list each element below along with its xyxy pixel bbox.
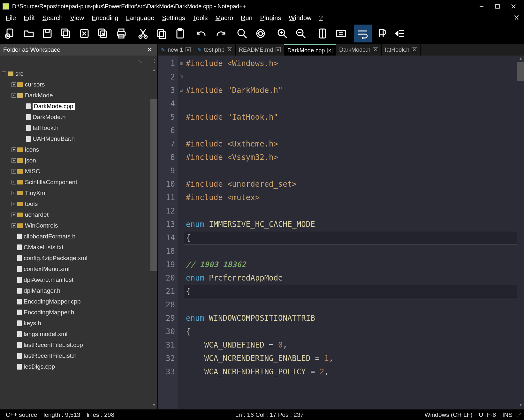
tree-toggle-icon[interactable]: + xyxy=(11,191,16,195)
tree-file[interactable]: EncodingMapper.h xyxy=(0,307,157,318)
tree-file[interactable]: IatHook.h xyxy=(0,123,157,133)
tree-folder[interactable]: +WinControls xyxy=(0,220,157,231)
close-all-icon[interactable] xyxy=(94,25,112,42)
save-all-icon[interactable] xyxy=(57,25,75,42)
tree-toggle-icon[interactable]: - xyxy=(2,71,6,76)
tree-file[interactable]: clipboardFormats.h xyxy=(0,231,157,242)
editor-scrollbar[interactable]: ▴ ▾ xyxy=(517,56,524,409)
sync-h-icon[interactable] xyxy=(332,25,350,42)
tab-readme-md[interactable]: README.md✕ xyxy=(236,44,284,56)
menu-tools[interactable]: Tools xyxy=(189,13,212,23)
tab-close-icon[interactable]: ✕ xyxy=(373,47,378,52)
code-line[interactable]: { xyxy=(186,325,517,338)
sync-v-icon[interactable] xyxy=(314,25,331,42)
tab-close-icon[interactable]: ✕ xyxy=(186,47,191,52)
tab-iathook-h[interactable]: IatHook.h✕ xyxy=(382,44,421,56)
tree-file[interactable]: lastRecentFileList.h xyxy=(0,350,157,361)
tree-toggle-icon[interactable]: + xyxy=(11,147,16,152)
code-line[interactable]: #include <Uxtheme.h> xyxy=(186,137,517,151)
menu-window[interactable]: Window xyxy=(285,13,315,23)
tree-file[interactable]: dpiManager.h xyxy=(0,285,157,296)
tab-darkmode-h[interactable]: DarkMode.h✕ xyxy=(336,44,382,56)
fold-column[interactable]: ⊞⊞⊟ xyxy=(178,56,184,409)
menu-file[interactable]: File xyxy=(2,13,20,23)
tree-toggle-icon[interactable]: + xyxy=(11,169,16,174)
tree-file[interactable]: DarkMode.h xyxy=(0,112,157,123)
tab-new-1[interactable]: ✎new 1✕ xyxy=(158,44,194,56)
tree-toggle-icon[interactable]: + xyxy=(11,82,16,87)
tree-scrollbar[interactable]: ▴ ▾ xyxy=(150,67,157,409)
tree-file[interactable]: CMakeLists.txt xyxy=(0,242,157,253)
tab-close-icon[interactable]: ✕ xyxy=(412,47,417,52)
scroll-up-icon[interactable]: ▴ xyxy=(150,67,157,74)
find-replace-icon[interactable] xyxy=(252,25,270,42)
code-line[interactable] xyxy=(186,204,517,218)
tree-folder[interactable]: +MISC xyxy=(0,166,157,177)
tree-file[interactable]: contextMenu.xml xyxy=(0,264,157,274)
menu-encoding[interactable]: Encoding xyxy=(88,13,122,23)
tree-folder[interactable]: +ScintillaComponent xyxy=(0,177,157,188)
code-text[interactable]: #include <Windows.h> #include "DarkMode.… xyxy=(184,56,517,409)
code-line[interactable]: enum IMMERSIVE_HC_CACHE_MODE xyxy=(186,218,517,231)
show-all-chars-icon[interactable] xyxy=(372,25,390,42)
code-line[interactable]: enum PreferredAppMode xyxy=(186,271,517,285)
undo-icon[interactable] xyxy=(193,25,211,42)
find-icon[interactable] xyxy=(233,25,251,42)
code-line[interactable] xyxy=(186,97,517,110)
menu-settings[interactable]: Settings xyxy=(158,13,189,23)
tree-toggle-icon[interactable]: + xyxy=(11,223,16,228)
minimize-button[interactable] xyxy=(474,0,490,13)
tree-file[interactable]: keys.h xyxy=(0,318,157,329)
code-line[interactable]: #include <Windows.h> xyxy=(186,57,517,70)
tab-close-icon[interactable]: ✕ xyxy=(227,47,232,52)
code-line[interactable]: #include "IatHook.h" xyxy=(186,110,517,124)
open-folder-icon[interactable] xyxy=(20,25,38,42)
fold-toggle-icon[interactable]: ⊞ xyxy=(178,70,184,84)
code-line[interactable]: // 1903 18362 xyxy=(186,258,517,271)
status-mode[interactable]: INS xyxy=(499,411,516,418)
code-line[interactable]: WCA_UNDEFINED = 0, xyxy=(186,338,517,352)
tree-folder[interactable]: -DarkMode xyxy=(0,90,157,101)
zoom-out-icon[interactable] xyxy=(292,25,310,42)
status-encoding[interactable]: UTF-8 xyxy=(476,411,499,418)
code-line[interactable]: { xyxy=(186,285,517,298)
code-line[interactable]: #include <mutex> xyxy=(186,191,517,204)
menu-view[interactable]: View xyxy=(66,13,88,23)
code-line[interactable] xyxy=(186,298,517,311)
tab-close-icon[interactable]: ✕ xyxy=(327,48,332,53)
tree-folder[interactable]: +uchardet xyxy=(0,209,157,220)
menu-macro[interactable]: Macro xyxy=(211,13,237,23)
menu-close-button[interactable]: X xyxy=(510,12,522,23)
menu-?[interactable]: ? xyxy=(315,13,327,23)
code-line[interactable]: #include <Vssym32.h> xyxy=(186,151,517,164)
tree-file[interactable]: lesDlgs.cpp xyxy=(0,361,157,372)
new-file-icon[interactable] xyxy=(1,25,19,42)
redo-icon[interactable] xyxy=(211,25,229,42)
code-line[interactable] xyxy=(186,70,517,84)
tree-file[interactable]: lastRecentFileList.cpp xyxy=(0,340,157,350)
tree-file[interactable]: EncodingMapper.cpp xyxy=(0,296,157,307)
word-wrap-icon[interactable] xyxy=(354,25,372,42)
menu-plugins[interactable]: Plugins xyxy=(256,13,285,23)
tree-file[interactable]: UAHMenuBar.h xyxy=(0,133,157,144)
tree-toggle-icon[interactable]: + xyxy=(11,202,16,206)
tree-file[interactable]: DarkMode.cpp xyxy=(0,101,157,112)
resize-grip-icon[interactable]: ⋰ xyxy=(516,412,521,418)
tree-file[interactable]: langs.model.xml xyxy=(0,329,157,340)
scroll-thumb[interactable] xyxy=(150,99,157,271)
tree-file[interactable]: config.4zipPackage.xml xyxy=(0,253,157,264)
file-tree[interactable]: -src+cursors-DarkModeDarkMode.cppDarkMod… xyxy=(0,67,157,409)
code-line[interactable]: WCA_NCRENDERING_POLICY = 2, xyxy=(186,365,517,379)
code-line[interactable] xyxy=(186,164,517,177)
code-line[interactable]: #include "DarkMode.h" xyxy=(186,84,517,97)
sidebar-close-button[interactable]: ✕ xyxy=(145,46,154,54)
tree-toggle-icon[interactable]: + xyxy=(11,158,16,163)
menu-language[interactable]: Language xyxy=(122,13,158,23)
fold-toggle-icon[interactable]: ⊟ xyxy=(178,84,184,97)
code-line[interactable]: enum WINDOWCOMPOSITIONATTRIB xyxy=(186,311,517,325)
cut-icon[interactable] xyxy=(134,25,152,42)
paste-icon[interactable] xyxy=(171,25,189,42)
tree-toggle-icon[interactable]: + xyxy=(11,180,16,184)
scroll-thumb[interactable] xyxy=(517,62,524,81)
tree-folder[interactable]: +json xyxy=(0,155,157,166)
